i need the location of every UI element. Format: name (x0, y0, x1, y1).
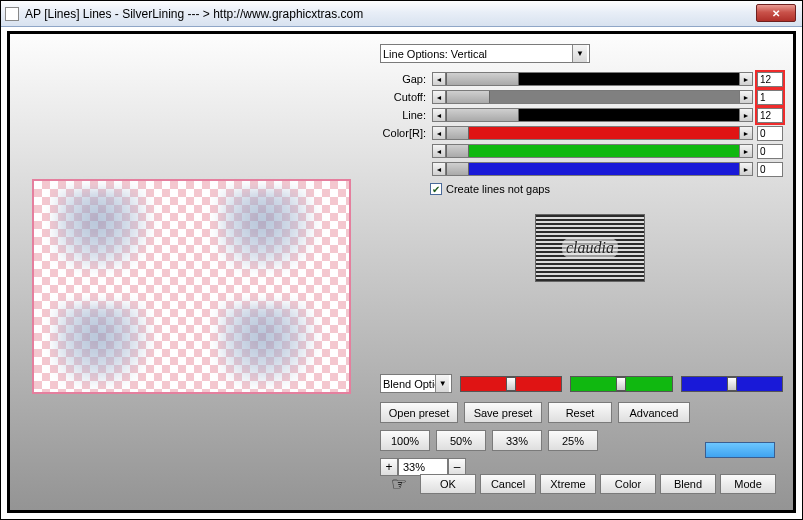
create-lines-label: Create lines not gaps (446, 183, 550, 195)
reset-button[interactable]: Reset (548, 402, 612, 423)
blend-row: Blend Optio ▼ (380, 374, 783, 393)
dialog-window: AP [Lines] Lines - SilverLining --- > ht… (0, 0, 803, 520)
cutoff-row: Cutoff: ◄ ► 1 (380, 89, 783, 105)
gap-label: Gap: (380, 73, 426, 85)
line-row: Line: ◄ ► 12 (380, 107, 783, 123)
titlebar[interactable]: AP [Lines] Lines - SilverLining --- > ht… (1, 1, 802, 27)
gap-row: Gap: ◄ ► 12 (380, 71, 783, 87)
gap-scrollbar[interactable]: ◄ ► (432, 72, 753, 86)
mode-button[interactable]: Mode (720, 474, 776, 494)
blend-option-label: Blend Optio (383, 378, 435, 390)
blend-slider-green[interactable] (570, 376, 672, 392)
preview-blob (54, 189, 164, 269)
blend-button[interactable]: Blend (660, 474, 716, 494)
color-r-value[interactable]: 0 (757, 126, 783, 141)
arrow-right-icon[interactable]: ► (739, 162, 753, 176)
window-title: AP [Lines] Lines - SilverLining --- > ht… (25, 7, 363, 21)
color-label: Color (615, 478, 641, 490)
pct-100-button[interactable]: 100% (380, 430, 430, 451)
color-b-value[interactable]: 0 (757, 162, 783, 177)
open-preset-label: Open preset (389, 407, 450, 419)
arrow-right-icon[interactable]: ► (739, 144, 753, 158)
preset-row: Open preset Save preset Reset Advanced (380, 402, 690, 423)
advanced-label: Advanced (630, 407, 679, 419)
preview-blob (219, 304, 329, 384)
preview-canvas (34, 181, 349, 392)
logo-image: claudia (535, 214, 645, 282)
pct-25-button[interactable]: 25% (548, 430, 598, 451)
color-r-scrollbar[interactable]: ◄ ► (432, 126, 753, 140)
preview-blob (219, 189, 329, 269)
arrow-left-icon[interactable]: ◄ (432, 162, 446, 176)
color-b-scrollbar[interactable]: ◄ ► (432, 162, 753, 176)
cutoff-value[interactable]: 1 (757, 90, 783, 105)
ok-button[interactable]: OK (420, 474, 476, 494)
color-g-row: ◄ ► 0 (380, 143, 783, 159)
slider-handle-icon[interactable] (506, 377, 516, 391)
slider-handle-icon[interactable] (616, 377, 626, 391)
color-button[interactable]: Color (600, 474, 656, 494)
save-preset-button[interactable]: Save preset (464, 402, 542, 423)
color-g-scrollbar[interactable]: ◄ ► (432, 144, 753, 158)
save-preset-label: Save preset (474, 407, 533, 419)
slider-handle-icon[interactable] (727, 377, 737, 391)
color-r-label: Color[R]: (380, 127, 426, 139)
pct-100-label: 100% (391, 435, 419, 447)
arrow-right-icon[interactable]: ► (739, 108, 753, 122)
line-value[interactable]: 12 (757, 108, 783, 123)
blend-slider-blue[interactable] (681, 376, 783, 392)
arrow-right-icon[interactable]: ► (739, 90, 753, 104)
color-g-value[interactable]: 0 (757, 144, 783, 159)
cutoff-label: Cutoff: (380, 91, 426, 103)
bottom-button-row: ☞ OK Cancel Xtreme Color Blend Mode (382, 474, 776, 494)
color-b-row: ◄ ► 0 (380, 161, 783, 177)
cutoff-scrollbar[interactable]: ◄ ► (432, 90, 753, 104)
line-options-select[interactable]: Line Options: Vertical ▼ (380, 44, 590, 63)
app-icon (5, 7, 19, 21)
pct-33-button[interactable]: 33% (492, 430, 542, 451)
pct-25-label: 25% (562, 435, 584, 447)
preview-blob (54, 304, 164, 384)
open-preset-button[interactable]: Open preset (380, 402, 458, 423)
xtreme-button[interactable]: Xtreme (540, 474, 596, 494)
blend-slider-red[interactable] (460, 376, 562, 392)
xtreme-label: Xtreme (550, 478, 585, 490)
plus-icon: + (385, 460, 392, 474)
logo-text: claudia (562, 238, 618, 258)
ok-label: OK (440, 478, 456, 490)
mode-label: Mode (734, 478, 762, 490)
color-r-row: Color[R]: ◄ ► 0 (380, 125, 783, 141)
create-lines-checkbox[interactable]: ✔ (430, 183, 442, 195)
color-swatch[interactable] (705, 442, 775, 458)
reset-label: Reset (566, 407, 595, 419)
pointing-hand-icon: ☞ (382, 474, 416, 494)
minus-icon: – (454, 460, 461, 474)
arrow-left-icon[interactable]: ◄ (432, 90, 446, 104)
pct-50-button[interactable]: 50% (436, 430, 486, 451)
chevron-down-icon: ▼ (435, 375, 449, 392)
arrow-left-icon[interactable]: ◄ (432, 144, 446, 158)
blend-option-select[interactable]: Blend Optio ▼ (380, 374, 452, 393)
close-button[interactable]: ✕ (756, 4, 796, 22)
pct-33-label: 33% (506, 435, 528, 447)
close-icon: ✕ (772, 8, 780, 19)
chevron-down-icon: ▼ (572, 45, 587, 62)
preview-panel (32, 179, 351, 394)
percent-row: 100% 50% 33% 25% (380, 430, 598, 451)
cancel-button[interactable]: Cancel (480, 474, 536, 494)
dialog-body: Line Options: Vertical ▼ Gap: ◄ ► 12 Cut… (7, 31, 796, 513)
advanced-button[interactable]: Advanced (618, 402, 690, 423)
arrow-left-icon[interactable]: ◄ (432, 72, 446, 86)
arrow-left-icon[interactable]: ◄ (432, 126, 446, 140)
gap-value[interactable]: 12 (757, 72, 783, 87)
pct-50-label: 50% (450, 435, 472, 447)
line-label: Line: (380, 109, 426, 121)
arrow-left-icon[interactable]: ◄ (432, 108, 446, 122)
cancel-label: Cancel (491, 478, 525, 490)
arrow-right-icon[interactable]: ► (739, 126, 753, 140)
controls-panel: Line Options: Vertical ▼ Gap: ◄ ► 12 Cut… (380, 44, 783, 500)
create-lines-row: ✔ Create lines not gaps (430, 183, 783, 195)
arrow-right-icon[interactable]: ► (739, 72, 753, 86)
line-options-value: Line Options: Vertical (383, 48, 487, 60)
line-scrollbar[interactable]: ◄ ► (432, 108, 753, 122)
